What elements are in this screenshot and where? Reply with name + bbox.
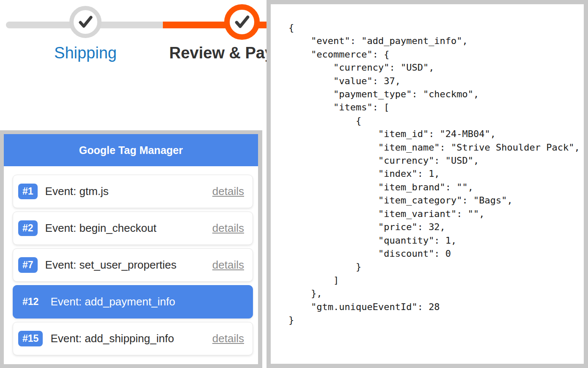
event-label: Event: add_shipping_info — [50, 332, 174, 345]
step-label-shipping[interactable]: Shipping — [43, 44, 128, 62]
details-link[interactable]: details — [212, 332, 244, 345]
event-payload-panel: { "event": "add_payment_info", "ecommerc… — [267, 0, 588, 368]
step-label-review-and-pay: Review & Pay — [169, 44, 274, 62]
gtm-event-row-2[interactable]: #2 Event: begin_checkout details — [13, 211, 253, 245]
event-number-badge: #2 — [18, 220, 38, 236]
event-number-badge: #12 — [18, 294, 43, 310]
gtm-event-list: #1 Event: gtm.js details #2 Event: begin… — [4, 166, 258, 355]
gtm-events-panel: Google Tag Manager #1 Event: gtm.js deta… — [0, 130, 262, 368]
event-label: Event: add_payment_info — [50, 295, 175, 308]
details-link[interactable]: details — [212, 185, 244, 198]
gtm-event-row-7[interactable]: #7 Event: set_user_properties details — [13, 248, 253, 282]
event-payload-json: { "event": "add_payment_info", "ecommerc… — [271, 4, 584, 327]
event-number-badge: #1 — [18, 184, 38, 199]
step-shipping-circle — [69, 6, 102, 38]
event-label: Event: set_user_properties — [45, 258, 177, 272]
event-number-badge: #15 — [18, 331, 43, 346]
gtm-panel-title: Google Tag Manager — [4, 134, 258, 166]
gtm-event-row-12-selected[interactable]: #12 Event: add_payment_info — [13, 285, 253, 319]
event-label: Event: begin_checkout — [45, 222, 157, 235]
step-review-circle — [224, 4, 260, 40]
gtm-event-row-1[interactable]: #1 Event: gtm.js details — [13, 175, 253, 208]
checkmark-icon — [233, 14, 251, 30]
event-number-badge: #7 — [18, 257, 38, 273]
gtm-event-row-15[interactable]: #15 Event: add_shipping_info details — [13, 322, 253, 355]
event-label: Event: gtm.js — [45, 185, 109, 198]
details-link[interactable]: details — [212, 222, 244, 235]
details-link[interactable]: details — [212, 258, 244, 272]
checkmark-icon — [77, 14, 94, 30]
